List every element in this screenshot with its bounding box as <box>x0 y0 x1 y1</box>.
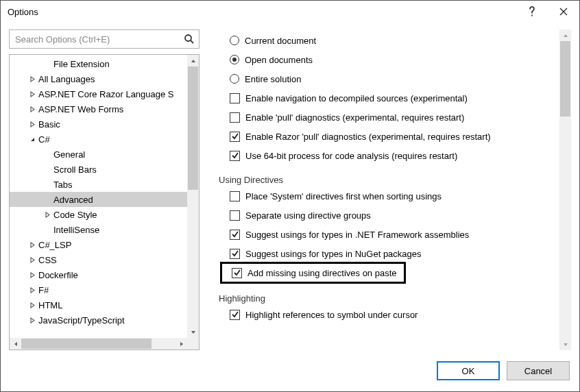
check-label: Enable navigation to decompiled sources … <box>245 93 468 103</box>
radio-row[interactable]: Entire solution <box>219 69 559 88</box>
radio[interactable] <box>230 36 239 45</box>
tree-item[interactable]: Dockerfile <box>10 267 199 282</box>
check-label: Suggest usings for types in NuGet packag… <box>245 249 422 259</box>
nav-tree[interactable]: File ExtensionAll LanguagesASP.NET Core … <box>10 55 199 350</box>
scroll-thumb[interactable] <box>560 41 570 117</box>
check-row[interactable]: Enable navigation to decompiled sources … <box>219 88 559 108</box>
highlighted-option[interactable]: Add missing using directives on paste <box>220 262 406 284</box>
check-row[interactable]: Enable 'pull' diagnostics (experimental,… <box>219 108 559 127</box>
chevron-right-icon[interactable] <box>27 76 37 82</box>
search-icon <box>184 34 195 47</box>
tree-item[interactable]: Tabs <box>10 177 199 192</box>
nav-tree-container: File ExtensionAll LanguagesASP.NET Core … <box>9 54 200 350</box>
checkbox[interactable] <box>230 210 240 221</box>
dialog-body: File ExtensionAll LanguagesASP.NET Core … <box>1 23 579 391</box>
check-row[interactable]: Use 64-bit process for code analysis (re… <box>219 146 559 165</box>
checkbox[interactable] <box>230 93 240 103</box>
chevron-right-icon[interactable] <box>27 257 37 263</box>
tree-item[interactable]: File Extension <box>10 56 199 71</box>
tree-item[interactable]: IntelliSense <box>10 222 199 237</box>
check-row[interactable]: Highlight references to symbol under cur… <box>219 305 559 324</box>
check-row[interactable]: Suggest usings for types in .NET Framewo… <box>219 225 559 244</box>
chevron-right-icon[interactable] <box>27 242 37 248</box>
scroll-up-icon[interactable] <box>559 29 571 41</box>
radio-label: Open documents <box>245 55 313 65</box>
tree-item-label: JavaScript/TypeScript <box>38 315 125 326</box>
tree-item-label: F# <box>38 285 49 295</box>
tree-item-label: Tabs <box>53 180 72 190</box>
scroll-thumb[interactable] <box>188 66 198 190</box>
tree-item-label: File Extension <box>53 59 110 69</box>
settings-vscrollbar[interactable] <box>559 29 571 350</box>
tree-item[interactable]: ASP.NET Web Forms <box>10 101 199 117</box>
chevron-down-icon[interactable] <box>27 136 37 143</box>
chevron-right-icon[interactable] <box>43 212 52 218</box>
tree-item-label: ASP.NET Core Razor Language S <box>38 89 174 99</box>
scroll-track-h[interactable] <box>21 338 176 350</box>
checkbox[interactable] <box>230 132 240 142</box>
chevron-right-icon[interactable] <box>27 272 37 278</box>
tree-item[interactable]: JavaScript/TypeScript <box>10 313 199 328</box>
tree-item-label: All Languages <box>38 74 95 84</box>
tree-item-label: IntelliSense <box>53 225 99 235</box>
checkbox[interactable] <box>230 151 240 161</box>
checkbox[interactable] <box>232 268 242 278</box>
tree-item[interactable]: CSS <box>10 252 199 267</box>
check-label: Suggest usings for types in .NET Framewo… <box>245 230 469 240</box>
options-dialog: Options File ExtensionAll LanguagesASP.N… <box>0 0 580 392</box>
tree-item[interactable]: F# <box>10 282 199 297</box>
search-field-wrap[interactable] <box>9 29 200 49</box>
checkbox[interactable] <box>230 249 240 259</box>
tree-hscrollbar[interactable] <box>10 338 187 350</box>
right-panel: Current documentOpen documentsEntire sol… <box>206 29 571 350</box>
window-title: Options <box>8 7 516 17</box>
chevron-right-icon[interactable] <box>27 106 37 112</box>
close-button[interactable] <box>548 1 579 23</box>
checkbox[interactable] <box>230 112 240 123</box>
tree-vscrollbar[interactable] <box>187 55 199 338</box>
scroll-down-icon[interactable] <box>187 326 199 338</box>
tree-item[interactable]: Scroll Bars <box>10 162 199 177</box>
tree-item[interactable]: C#_LSP <box>10 237 199 252</box>
chevron-right-icon[interactable] <box>27 302 37 308</box>
scroll-right-icon[interactable] <box>176 338 187 350</box>
checkbox[interactable] <box>230 191 240 201</box>
scroll-up-icon[interactable] <box>187 55 199 66</box>
scroll-track[interactable] <box>559 41 571 339</box>
radio[interactable] <box>230 74 239 84</box>
check-row[interactable]: Enable Razor 'pull' diagnostics (experim… <box>219 127 559 146</box>
cancel-button[interactable]: Cancel <box>507 361 570 380</box>
chevron-right-icon[interactable] <box>27 317 37 323</box>
chevron-right-icon[interactable] <box>27 121 37 127</box>
tree-item[interactable]: HTML <box>10 297 199 313</box>
ok-button[interactable]: OK <box>437 361 500 380</box>
tree-item[interactable]: Code Style <box>10 207 199 222</box>
scroll-down-icon[interactable] <box>559 339 571 350</box>
scroll-thumb-h[interactable] <box>21 339 152 349</box>
chevron-right-icon[interactable] <box>27 91 37 97</box>
checkbox[interactable] <box>230 310 240 320</box>
checkbox[interactable] <box>230 230 240 240</box>
scroll-left-icon[interactable] <box>10 338 21 350</box>
search-input[interactable] <box>14 34 180 45</box>
check-label: Use 64-bit process for code analysis (re… <box>245 151 457 161</box>
check-label: Place 'System' directives first when sor… <box>245 191 442 201</box>
check-row[interactable]: Suggest usings for types in NuGet packag… <box>219 244 559 263</box>
check-row[interactable]: Place 'System' directives first when sor… <box>219 186 559 206</box>
tree-item[interactable]: ASP.NET Core Razor Language S <box>10 86 199 101</box>
radio-row[interactable]: Current document <box>219 31 559 50</box>
tree-item[interactable]: Basic <box>10 117 199 132</box>
tree-item[interactable]: All Languages <box>10 71 199 86</box>
help-button[interactable] <box>516 1 548 23</box>
radio[interactable] <box>230 55 239 64</box>
tree-item[interactable]: General <box>10 147 199 162</box>
settings-pane: Current documentOpen documentsEntire sol… <box>206 29 559 350</box>
tree-item-label: Advanced <box>53 195 93 205</box>
tree-item[interactable]: C# <box>10 132 199 147</box>
scroll-track[interactable] <box>187 66 199 326</box>
tree-item[interactable]: Advanced <box>10 192 199 207</box>
tree-item-label: General <box>53 149 85 160</box>
radio-row[interactable]: Open documents <box>219 50 559 69</box>
check-row[interactable]: Separate using directive groups <box>219 206 559 225</box>
chevron-right-icon[interactable] <box>27 287 37 293</box>
